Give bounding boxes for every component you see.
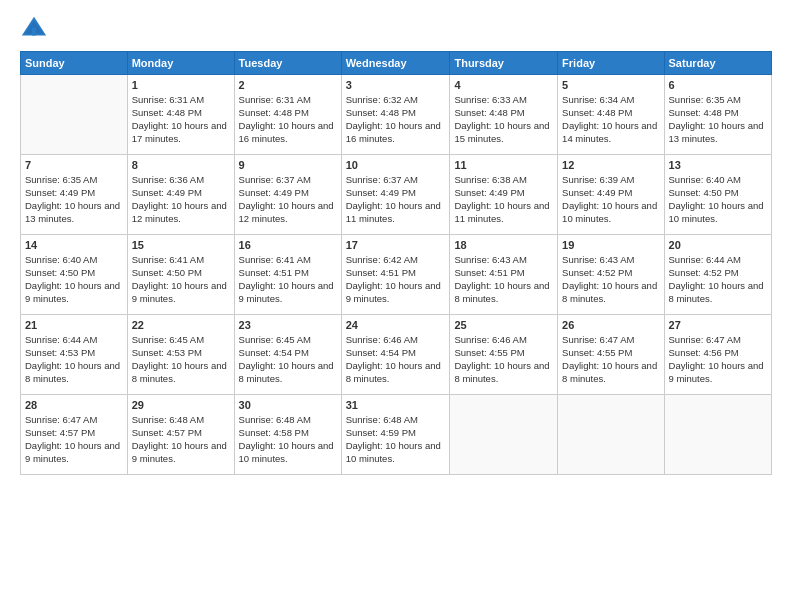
logo-icon	[20, 15, 48, 43]
day-info: Sunrise: 6:46 AM Sunset: 4:54 PM Dayligh…	[346, 334, 446, 385]
day-number: 19	[562, 238, 659, 253]
calendar-cell: 19Sunrise: 6:43 AM Sunset: 4:52 PM Dayli…	[558, 235, 664, 315]
day-info: Sunrise: 6:40 AM Sunset: 4:50 PM Dayligh…	[25, 254, 123, 305]
calendar-cell: 16Sunrise: 6:41 AM Sunset: 4:51 PM Dayli…	[234, 235, 341, 315]
day-number: 29	[132, 398, 230, 413]
header-day-wednesday: Wednesday	[341, 52, 450, 75]
day-info: Sunrise: 6:40 AM Sunset: 4:50 PM Dayligh…	[669, 174, 767, 225]
week-row-3: 14Sunrise: 6:40 AM Sunset: 4:50 PM Dayli…	[21, 235, 772, 315]
page: SundayMondayTuesdayWednesdayThursdayFrid…	[0, 0, 792, 612]
day-info: Sunrise: 6:31 AM Sunset: 4:48 PM Dayligh…	[239, 94, 337, 145]
calendar-cell: 23Sunrise: 6:45 AM Sunset: 4:54 PM Dayli…	[234, 315, 341, 395]
day-info: Sunrise: 6:47 AM Sunset: 4:57 PM Dayligh…	[25, 414, 123, 465]
day-info: Sunrise: 6:34 AM Sunset: 4:48 PM Dayligh…	[562, 94, 659, 145]
header-day-monday: Monday	[127, 52, 234, 75]
week-row-2: 7Sunrise: 6:35 AM Sunset: 4:49 PM Daylig…	[21, 155, 772, 235]
day-info: Sunrise: 6:39 AM Sunset: 4:49 PM Dayligh…	[562, 174, 659, 225]
calendar-cell: 22Sunrise: 6:45 AM Sunset: 4:53 PM Dayli…	[127, 315, 234, 395]
day-number: 3	[346, 78, 446, 93]
calendar-cell: 21Sunrise: 6:44 AM Sunset: 4:53 PM Dayli…	[21, 315, 128, 395]
calendar-cell: 1Sunrise: 6:31 AM Sunset: 4:48 PM Daylig…	[127, 75, 234, 155]
calendar-cell: 2Sunrise: 6:31 AM Sunset: 4:48 PM Daylig…	[234, 75, 341, 155]
day-number: 9	[239, 158, 337, 173]
calendar-cell	[450, 395, 558, 475]
header-row: SundayMondayTuesdayWednesdayThursdayFrid…	[21, 52, 772, 75]
day-number: 1	[132, 78, 230, 93]
calendar-cell: 25Sunrise: 6:46 AM Sunset: 4:55 PM Dayli…	[450, 315, 558, 395]
calendar-cell: 10Sunrise: 6:37 AM Sunset: 4:49 PM Dayli…	[341, 155, 450, 235]
day-info: Sunrise: 6:32 AM Sunset: 4:48 PM Dayligh…	[346, 94, 446, 145]
day-number: 15	[132, 238, 230, 253]
header-day-sunday: Sunday	[21, 52, 128, 75]
day-number: 27	[669, 318, 767, 333]
day-number: 20	[669, 238, 767, 253]
day-info: Sunrise: 6:48 AM Sunset: 4:57 PM Dayligh…	[132, 414, 230, 465]
day-info: Sunrise: 6:45 AM Sunset: 4:54 PM Dayligh…	[239, 334, 337, 385]
calendar-cell: 26Sunrise: 6:47 AM Sunset: 4:55 PM Dayli…	[558, 315, 664, 395]
calendar-cell: 30Sunrise: 6:48 AM Sunset: 4:58 PM Dayli…	[234, 395, 341, 475]
header-day-saturday: Saturday	[664, 52, 771, 75]
calendar-cell: 24Sunrise: 6:46 AM Sunset: 4:54 PM Dayli…	[341, 315, 450, 395]
day-info: Sunrise: 6:42 AM Sunset: 4:51 PM Dayligh…	[346, 254, 446, 305]
day-info: Sunrise: 6:47 AM Sunset: 4:55 PM Dayligh…	[562, 334, 659, 385]
calendar-cell	[664, 395, 771, 475]
day-info: Sunrise: 6:48 AM Sunset: 4:58 PM Dayligh…	[239, 414, 337, 465]
calendar-cell: 20Sunrise: 6:44 AM Sunset: 4:52 PM Dayli…	[664, 235, 771, 315]
calendar-cell: 18Sunrise: 6:43 AM Sunset: 4:51 PM Dayli…	[450, 235, 558, 315]
calendar-cell: 13Sunrise: 6:40 AM Sunset: 4:50 PM Dayli…	[664, 155, 771, 235]
day-info: Sunrise: 6:38 AM Sunset: 4:49 PM Dayligh…	[454, 174, 553, 225]
day-number: 10	[346, 158, 446, 173]
day-info: Sunrise: 6:44 AM Sunset: 4:53 PM Dayligh…	[25, 334, 123, 385]
day-info: Sunrise: 6:35 AM Sunset: 4:48 PM Dayligh…	[669, 94, 767, 145]
calendar-table: SundayMondayTuesdayWednesdayThursdayFrid…	[20, 51, 772, 475]
calendar-cell: 17Sunrise: 6:42 AM Sunset: 4:51 PM Dayli…	[341, 235, 450, 315]
calendar-cell: 11Sunrise: 6:38 AM Sunset: 4:49 PM Dayli…	[450, 155, 558, 235]
calendar-cell: 7Sunrise: 6:35 AM Sunset: 4:49 PM Daylig…	[21, 155, 128, 235]
calendar-cell: 9Sunrise: 6:37 AM Sunset: 4:49 PM Daylig…	[234, 155, 341, 235]
day-number: 13	[669, 158, 767, 173]
header	[20, 15, 772, 43]
calendar-cell: 27Sunrise: 6:47 AM Sunset: 4:56 PM Dayli…	[664, 315, 771, 395]
header-day-thursday: Thursday	[450, 52, 558, 75]
day-info: Sunrise: 6:35 AM Sunset: 4:49 PM Dayligh…	[25, 174, 123, 225]
day-number: 17	[346, 238, 446, 253]
day-number: 18	[454, 238, 553, 253]
day-number: 25	[454, 318, 553, 333]
week-row-1: 1Sunrise: 6:31 AM Sunset: 4:48 PM Daylig…	[21, 75, 772, 155]
day-info: Sunrise: 6:46 AM Sunset: 4:55 PM Dayligh…	[454, 334, 553, 385]
day-info: Sunrise: 6:37 AM Sunset: 4:49 PM Dayligh…	[239, 174, 337, 225]
day-number: 6	[669, 78, 767, 93]
calendar-cell: 29Sunrise: 6:48 AM Sunset: 4:57 PM Dayli…	[127, 395, 234, 475]
day-number: 8	[132, 158, 230, 173]
calendar-cell: 15Sunrise: 6:41 AM Sunset: 4:50 PM Dayli…	[127, 235, 234, 315]
day-info: Sunrise: 6:43 AM Sunset: 4:52 PM Dayligh…	[562, 254, 659, 305]
day-number: 28	[25, 398, 123, 413]
calendar-cell: 28Sunrise: 6:47 AM Sunset: 4:57 PM Dayli…	[21, 395, 128, 475]
calendar-header: SundayMondayTuesdayWednesdayThursdayFrid…	[21, 52, 772, 75]
header-day-friday: Friday	[558, 52, 664, 75]
header-day-tuesday: Tuesday	[234, 52, 341, 75]
calendar-cell: 6Sunrise: 6:35 AM Sunset: 4:48 PM Daylig…	[664, 75, 771, 155]
svg-rect-2	[32, 28, 36, 35]
day-number: 4	[454, 78, 553, 93]
day-info: Sunrise: 6:48 AM Sunset: 4:59 PM Dayligh…	[346, 414, 446, 465]
day-info: Sunrise: 6:44 AM Sunset: 4:52 PM Dayligh…	[669, 254, 767, 305]
day-info: Sunrise: 6:41 AM Sunset: 4:51 PM Dayligh…	[239, 254, 337, 305]
logo	[20, 15, 52, 43]
day-info: Sunrise: 6:43 AM Sunset: 4:51 PM Dayligh…	[454, 254, 553, 305]
day-info: Sunrise: 6:36 AM Sunset: 4:49 PM Dayligh…	[132, 174, 230, 225]
day-info: Sunrise: 6:33 AM Sunset: 4:48 PM Dayligh…	[454, 94, 553, 145]
calendar-cell: 3Sunrise: 6:32 AM Sunset: 4:48 PM Daylig…	[341, 75, 450, 155]
day-number: 11	[454, 158, 553, 173]
calendar-cell: 12Sunrise: 6:39 AM Sunset: 4:49 PM Dayli…	[558, 155, 664, 235]
day-number: 26	[562, 318, 659, 333]
day-number: 30	[239, 398, 337, 413]
day-number: 22	[132, 318, 230, 333]
day-info: Sunrise: 6:47 AM Sunset: 4:56 PM Dayligh…	[669, 334, 767, 385]
calendar-cell: 5Sunrise: 6:34 AM Sunset: 4:48 PM Daylig…	[558, 75, 664, 155]
day-number: 12	[562, 158, 659, 173]
day-info: Sunrise: 6:45 AM Sunset: 4:53 PM Dayligh…	[132, 334, 230, 385]
calendar-body: 1Sunrise: 6:31 AM Sunset: 4:48 PM Daylig…	[21, 75, 772, 475]
week-row-4: 21Sunrise: 6:44 AM Sunset: 4:53 PM Dayli…	[21, 315, 772, 395]
day-number: 23	[239, 318, 337, 333]
